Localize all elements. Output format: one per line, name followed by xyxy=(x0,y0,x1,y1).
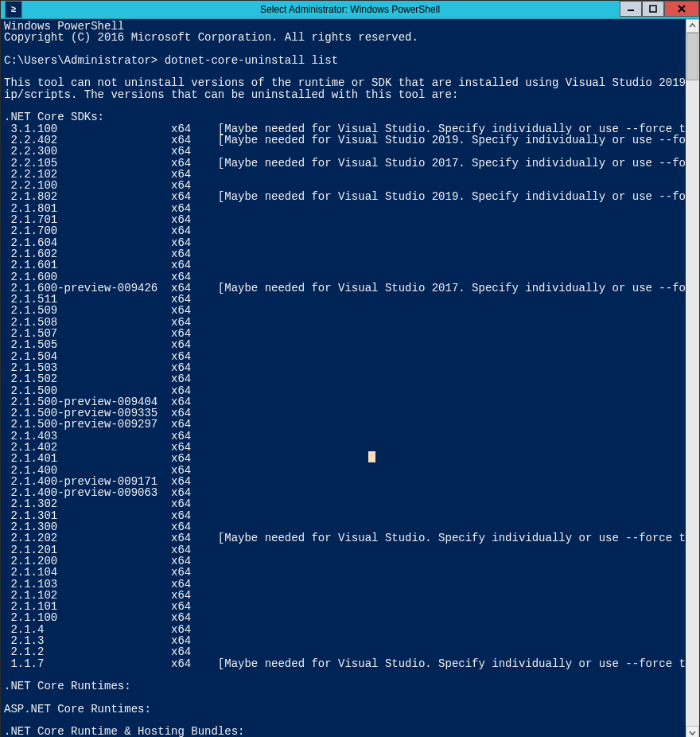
close-icon xyxy=(677,4,686,14)
text-cursor xyxy=(368,451,375,462)
powershell-icon-glyph: ≥ xyxy=(11,5,17,14)
chevron-up-icon xyxy=(689,22,696,29)
minimize-icon xyxy=(627,5,635,13)
window-controls xyxy=(620,1,699,17)
window-title: Select Administrator: Windows PowerShell xyxy=(1,4,699,15)
scroll-up-button[interactable] xyxy=(686,19,699,33)
maximize-icon xyxy=(649,5,657,13)
maximize-button[interactable] xyxy=(642,1,664,17)
scroll-down-button[interactable] xyxy=(686,726,699,737)
close-button[interactable] xyxy=(664,1,699,17)
powershell-window: ≥ Select Administrator: Windows PowerShe… xyxy=(0,0,700,737)
powershell-icon: ≥ xyxy=(5,1,22,18)
minimize-button[interactable] xyxy=(620,1,642,17)
svg-rect-1 xyxy=(650,6,656,12)
terminal-output[interactable]: Windows PowerShell Copyright (C) 2016 Mi… xyxy=(1,19,686,737)
titlebar[interactable]: ≥ Select Administrator: Windows PowerShe… xyxy=(1,1,699,19)
scrollbar-track[interactable] xyxy=(686,33,699,726)
vertical-scrollbar[interactable] xyxy=(686,19,699,737)
scrollbar-thumb[interactable] xyxy=(686,33,698,80)
terminal-area: Windows PowerShell Copyright (C) 2016 Mi… xyxy=(1,19,699,737)
chevron-down-icon xyxy=(689,729,696,736)
